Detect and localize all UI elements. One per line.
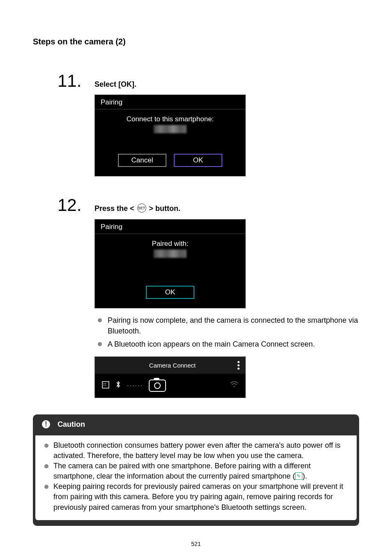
- page-number: 521: [33, 541, 359, 547]
- step-11-title: Select [OK].: [95, 80, 359, 89]
- svg-rect-2: [105, 383, 106, 384]
- step-12-title: Press the < SET > button.: [95, 204, 359, 213]
- caution-item-one-smartphone: The camera can be paired with one smartp…: [43, 461, 349, 481]
- caution-item-battery: Bluetooth connection consumes battery po…: [43, 440, 349, 461]
- step-12-notes: Pairing is now complete, and the camera …: [95, 315, 359, 349]
- svg-point-5: [233, 386, 235, 387]
- section-heading: Steps on the camera (2): [33, 37, 359, 46]
- bluetooth-icon: [115, 380, 121, 391]
- phone-camera-connect-screen: Camera Connect ······: [95, 356, 246, 398]
- caution-item-pairing-records: Keeping pairing records for previously p…: [43, 481, 349, 513]
- device-name-redacted: [154, 125, 187, 133]
- caution-title: Caution: [58, 420, 85, 429]
- set-button-icon: SET: [137, 204, 146, 213]
- cancel-button[interactable]: Cancel: [118, 154, 166, 167]
- ok-button[interactable]: OK: [146, 286, 194, 299]
- note-bt-icon: A Bluetooth icon appears on the main Cam…: [98, 339, 359, 349]
- screen-header: Pairing: [95, 95, 245, 109]
- camera-screen-paired: Pairing Paired with: OK: [95, 219, 246, 308]
- caution-item2-post: ).: [302, 472, 307, 480]
- camera-icon: [149, 379, 166, 392]
- svg-rect-3: [104, 385, 104, 386]
- caution-box: ! Caution Bluetooth connection consumes …: [33, 414, 359, 526]
- step-12-title-post: > button.: [147, 204, 180, 213]
- caution-list: Bluetooth connection consumes battery po…: [35, 435, 357, 520]
- wifi-icon: [230, 381, 239, 390]
- step-11: 11. Select [OK]. Pairing Connect to this…: [58, 71, 359, 183]
- svg-rect-1: [104, 383, 104, 384]
- camera-screen-pairing-confirm: Pairing Connect to this smartphone: Canc…: [95, 95, 246, 176]
- connection-dots: ······: [127, 382, 143, 389]
- device-name-redacted: [154, 250, 187, 258]
- step-number-12: 12.: [58, 195, 95, 215]
- screen-message: Paired with:: [99, 240, 241, 248]
- sd-card-icon: [101, 381, 110, 391]
- ok-button[interactable]: OK: [174, 154, 222, 167]
- app-title: Camera Connect: [107, 362, 238, 369]
- caution-icon: !: [42, 420, 50, 428]
- note-pairing-complete: Pairing is now complete, and the camera …: [98, 315, 359, 336]
- link-ref-icon[interactable]: ✎: [295, 472, 302, 480]
- step-number-11: 11.: [58, 71, 95, 91]
- kebab-menu-icon[interactable]: [238, 361, 240, 370]
- screen-header: Pairing: [95, 220, 245, 234]
- caution-item2-pre: The camera can be paired with one smartp…: [53, 462, 311, 480]
- step-12-title-pre: Press the <: [95, 204, 136, 213]
- svg-rect-4: [105, 385, 106, 386]
- screen-message: Connect to this smartphone:: [99, 115, 241, 123]
- step-12: 12. Press the < SET > button. Pairing Pa…: [58, 195, 359, 398]
